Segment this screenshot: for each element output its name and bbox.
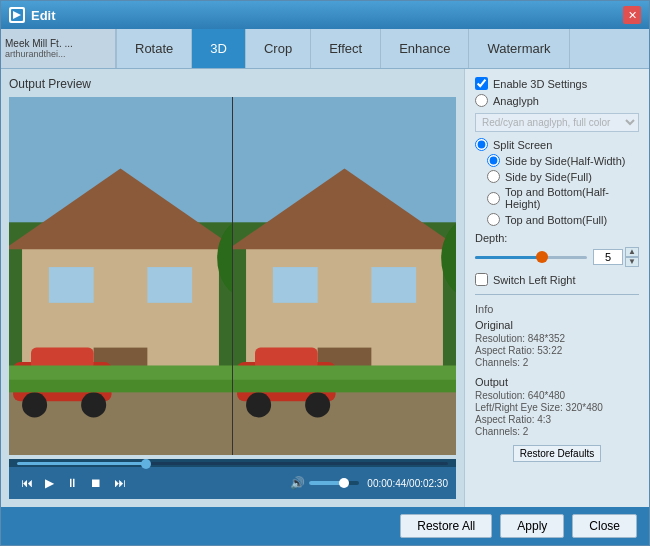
output-resolution: Resolution: 640*480 [475, 390, 639, 401]
top-full-label: Top and Bottom(Full) [505, 214, 607, 226]
depth-spinner: ▲ ▼ [625, 247, 639, 267]
info-title: Info [475, 303, 639, 315]
output-lr-size: Left/Right Eye Size: 320*480 [475, 402, 639, 413]
svg-rect-39 [233, 366, 456, 380]
video-controls: ⏮ ▶ ⏸ ⏹ ⏭ 🔊 00:00:44/00:02:30 [9, 467, 456, 499]
side-half-label: Side by Side(Half-Width) [505, 155, 625, 167]
original-info: Original Resolution: 848*352 Aspect Rati… [475, 319, 639, 368]
svg-point-14 [81, 392, 106, 417]
svg-rect-20 [9, 366, 232, 380]
svg-point-33 [305, 392, 330, 417]
skip-start-button[interactable]: ⏮ [17, 474, 37, 492]
tabs-container: Rotate 3D Crop Effect Enhance Watermark [116, 29, 649, 68]
tab-effect[interactable]: Effect [311, 29, 381, 68]
svg-rect-26 [273, 267, 318, 303]
anaglyph-label[interactable]: Anaglyph [493, 95, 539, 107]
app-icon [9, 7, 25, 23]
file-sub: arthurandthei... [5, 49, 111, 59]
play-button[interactable]: ▶ [41, 474, 58, 492]
original-channels: Channels: 2 [475, 357, 639, 368]
window-title: Edit [31, 8, 623, 23]
restore-defaults-button[interactable]: Restore Defaults [513, 445, 601, 462]
preview-label: Output Preview [9, 77, 456, 91]
volume-area: 🔊 [290, 476, 359, 490]
right-panel: Enable 3D Settings Anaglyph Red/cyan ana… [464, 69, 649, 507]
output-info: Output Resolution: 640*480 Left/Right Ey… [475, 376, 639, 437]
side-half-radio[interactable] [487, 154, 500, 167]
enable-3d-row: Enable 3D Settings [475, 77, 639, 90]
settings-section: Enable 3D Settings Anaglyph Red/cyan ana… [475, 77, 639, 286]
apply-button[interactable]: Apply [500, 514, 564, 538]
top-half-label: Top and Bottom(Half-Height) [505, 186, 639, 210]
volume-bar[interactable] [309, 481, 359, 485]
volume-icon[interactable]: 🔊 [290, 476, 305, 490]
enable-3d-checkbox[interactable] [475, 77, 488, 90]
original-label: Original [475, 319, 639, 331]
split-screen-label[interactable]: Split Screen [493, 139, 552, 151]
output-aspect: Aspect Ratio: 4:3 [475, 414, 639, 425]
info-section: Info Original Resolution: 848*352 Aspect… [475, 303, 639, 437]
divider-1 [475, 294, 639, 295]
stop-button[interactable]: ⏹ [86, 474, 106, 492]
close-bottom-button[interactable]: Close [572, 514, 637, 538]
original-resolution: Resolution: 848*352 [475, 333, 639, 344]
output-label: Output [475, 376, 639, 388]
depth-label: Depth: [475, 232, 639, 244]
enable-3d-label[interactable]: Enable 3D Settings [493, 78, 587, 90]
svg-rect-7 [49, 267, 94, 303]
tab-crop[interactable]: Crop [246, 29, 311, 68]
main-content: Output Preview [1, 69, 649, 507]
main-window: Edit ✕ Meek Mill Ft. ... arthurandthei..… [0, 0, 650, 546]
restore-all-button[interactable]: Restore All [400, 514, 492, 538]
anaglyph-row: Anaglyph [475, 94, 639, 107]
svg-rect-8 [147, 267, 192, 303]
svg-rect-27 [371, 267, 416, 303]
depth-up-button[interactable]: ▲ [625, 247, 639, 257]
pause-button[interactable]: ⏸ [62, 474, 82, 492]
depth-slider[interactable] [475, 256, 587, 259]
file-sidebar: Meek Mill Ft. ... arthurandthei... [1, 29, 116, 68]
top-full-radio[interactable] [487, 213, 500, 226]
side-full-radio[interactable] [487, 170, 500, 183]
seek-bar[interactable] [17, 462, 448, 465]
file-name: Meek Mill Ft. ... [5, 38, 111, 49]
skip-end-button[interactable]: ⏭ [110, 474, 130, 492]
tab-watermark[interactable]: Watermark [469, 29, 569, 68]
split-screen-row: Split Screen [475, 138, 639, 151]
close-button[interactable]: ✕ [623, 6, 641, 24]
tab-rotate[interactable]: Rotate [116, 29, 192, 68]
original-aspect: Aspect Ratio: 53:22 [475, 345, 639, 356]
split-options: Side by Side(Half-Width) Side by Side(Fu… [475, 154, 639, 226]
top-full-row: Top and Bottom(Full) [487, 213, 639, 226]
output-channels: Channels: 2 [475, 426, 639, 437]
time-display: 00:00:44/00:02:30 [367, 478, 448, 489]
left-panel: Output Preview [1, 69, 464, 507]
video-preview [9, 97, 456, 455]
depth-down-button[interactable]: ▼ [625, 257, 639, 267]
switch-lr-label[interactable]: Switch Left Right [493, 274, 576, 286]
tab-3d[interactable]: 3D [192, 29, 246, 68]
side-half-row: Side by Side(Half-Width) [487, 154, 639, 167]
split-screen-radio[interactable] [475, 138, 488, 151]
tab-row: Meek Mill Ft. ... arthurandthei... Rotat… [1, 29, 649, 69]
switch-lr-checkbox[interactable] [475, 273, 488, 286]
side-full-label: Side by Side(Full) [505, 171, 592, 183]
anaglyph-radio[interactable] [475, 94, 488, 107]
svg-point-32 [246, 392, 271, 417]
anaglyph-select[interactable]: Red/cyan anaglyph, full color [475, 113, 639, 132]
switch-lr-row: Switch Left Right [475, 273, 639, 286]
depth-input[interactable] [593, 249, 623, 265]
tab-enhance[interactable]: Enhance [381, 29, 469, 68]
top-half-radio[interactable] [487, 192, 500, 205]
depth-control: ▲ ▼ [475, 247, 639, 267]
top-half-row: Top and Bottom(Half-Height) [487, 186, 639, 210]
svg-point-13 [22, 392, 47, 417]
bottom-bar: Restore All Apply Close [1, 507, 649, 545]
side-full-row: Side by Side(Full) [487, 170, 639, 183]
title-bar: Edit ✕ [1, 1, 649, 29]
